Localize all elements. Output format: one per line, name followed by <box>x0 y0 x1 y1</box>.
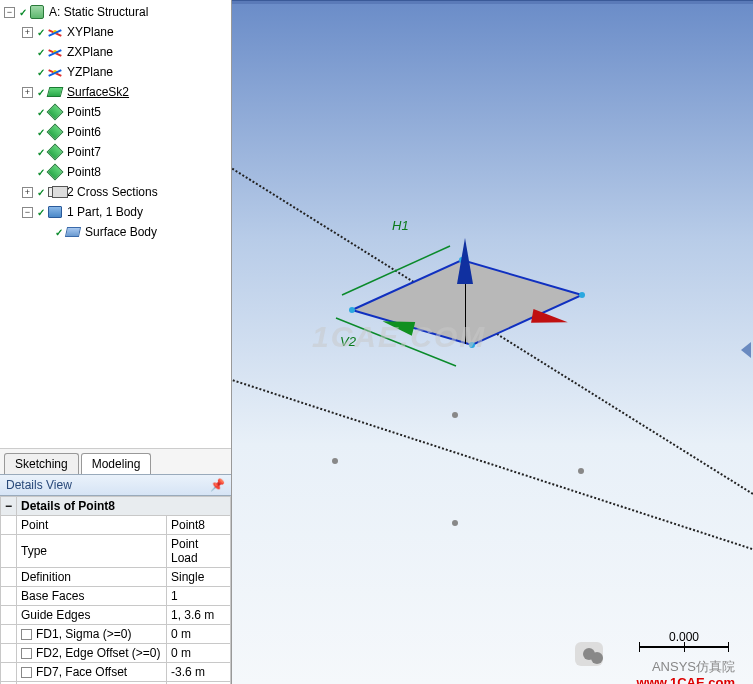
status-ok-icon: ✓ <box>37 107 45 118</box>
tree-item-part-body[interactable]: − ✓ 1 Part, 1 Body <box>0 202 231 222</box>
status-ok-icon: ✓ <box>37 147 45 158</box>
details-row[interactable]: Definition Single <box>1 568 231 587</box>
tab-sketching[interactable]: Sketching <box>4 453 79 474</box>
status-ok-icon: ✓ <box>37 167 45 178</box>
tree-item-label: Point5 <box>67 105 101 119</box>
project-icon <box>29 4 45 20</box>
tree-item-surfacesk2[interactable]: + ✓ SurfaceSk2 <box>0 82 231 102</box>
footer-text: ANSYS仿真院 <box>652 658 735 676</box>
details-row[interactable]: FD2, Edge Offset (>=0) 0 m <box>1 644 231 663</box>
details-row[interactable]: FD1, Sigma (>=0) 0 m <box>1 625 231 644</box>
tab-strip: Sketching Modeling <box>0 448 231 474</box>
details-row[interactable]: Type Point Load <box>1 535 231 568</box>
construction-point[interactable] <box>452 412 458 418</box>
tree-item-yzplane[interactable]: ✓ YZPlane <box>0 62 231 82</box>
status-ok-icon: ✓ <box>37 187 45 198</box>
part-icon <box>47 204 63 220</box>
panel-expand-icon[interactable] <box>741 342 751 358</box>
tree-item-surface-body[interactable]: ✓ Surface Body <box>0 222 231 242</box>
checkbox-icon[interactable] <box>21 667 32 678</box>
status-ok-icon: ✓ <box>37 67 45 78</box>
tree-item-label: ZXPlane <box>67 45 113 59</box>
details-row[interactable]: Guide Edges 1, 3.6 m <box>1 606 231 625</box>
tree-item-xyplane[interactable]: + ✓ XYPlane <box>0 22 231 42</box>
prop-name: Definition <box>17 568 167 587</box>
collapse-icon[interactable]: − <box>22 207 33 218</box>
point-icon <box>47 124 63 140</box>
details-section-title: Details of Point8 <box>17 497 231 516</box>
details-view-header: Details View 📌 <box>0 474 231 496</box>
checkbox-icon[interactable] <box>21 629 32 640</box>
status-ok-icon: ✓ <box>19 7 27 18</box>
prop-name: FD1, Sigma (>=0) <box>17 625 167 644</box>
plane-icon <box>47 24 63 40</box>
tree-item-label: 1 Part, 1 Body <box>67 205 143 219</box>
tree-item-label: SurfaceSk2 <box>67 85 129 99</box>
outline-tree[interactable]: − ✓ A: Static Structural + ✓ XYPlane ✓ Z… <box>0 0 231 448</box>
tree-item-cross-sections[interactable]: + ✓ 2 Cross Sections <box>0 182 231 202</box>
left-panel: − ✓ A: Static Structural + ✓ XYPlane ✓ Z… <box>0 0 232 684</box>
triad-z-axis-icon <box>457 238 473 284</box>
tree-root-label: A: Static Structural <box>49 5 148 19</box>
status-ok-icon: ✓ <box>55 227 63 238</box>
expand-icon[interactable]: + <box>22 27 33 38</box>
surface-icon <box>47 84 63 100</box>
prop-name: FD2, Edge Offset (>=0) <box>17 644 167 663</box>
tree-item-label: Point6 <box>67 125 101 139</box>
tree-item-label: XYPlane <box>67 25 114 39</box>
prop-value[interactable]: -3.6 m <box>167 663 231 682</box>
plane-icon <box>47 64 63 80</box>
prop-value[interactable]: 1, 3.6 m <box>167 606 231 625</box>
details-row[interactable]: FD7, Face Offset -3.6 m <box>1 663 231 682</box>
prop-value[interactable]: 1 <box>167 587 231 606</box>
point-icon <box>47 104 63 120</box>
expand-icon[interactable]: + <box>22 187 33 198</box>
prop-value[interactable]: Point Load <box>167 535 231 568</box>
surface-body-icon <box>65 224 81 240</box>
prop-value[interactable]: Point8 <box>167 516 231 535</box>
footer-url: www.1CAE.com <box>637 675 735 684</box>
graphics-viewport[interactable]: H1 V2 1CAE.COM 0.000 ANSYS仿真院 www.1CAE.c… <box>232 0 753 684</box>
details-section-row[interactable]: − Details of Point8 <box>1 497 231 516</box>
tree-item-point5[interactable]: ✓ Point5 <box>0 102 231 122</box>
prop-value[interactable]: 0 m <box>167 625 231 644</box>
prop-name: Guide Edges <box>17 606 167 625</box>
tree-item-point7[interactable]: ✓ Point7 <box>0 142 231 162</box>
tree-item-label: YZPlane <box>67 65 113 79</box>
construction-axis <box>232 130 753 651</box>
status-ok-icon: ✓ <box>37 127 45 138</box>
tree-item-zxplane[interactable]: ✓ ZXPlane <box>0 42 231 62</box>
plane-icon <box>47 44 63 60</box>
tree-item-point6[interactable]: ✓ Point6 <box>0 122 231 142</box>
svg-point-3 <box>579 292 585 298</box>
details-row[interactable]: Point Point8 <box>1 516 231 535</box>
expand-icon[interactable]: + <box>22 87 33 98</box>
tree-item-label: Point8 <box>67 165 101 179</box>
collapse-icon[interactable]: − <box>4 7 15 18</box>
pin-icon[interactable]: 📌 <box>210 478 225 492</box>
dimension-label-h1[interactable]: H1 <box>392 218 409 233</box>
tab-modeling[interactable]: Modeling <box>81 453 152 474</box>
tree-root[interactable]: − ✓ A: Static Structural <box>0 2 231 22</box>
construction-point[interactable] <box>452 520 458 526</box>
collapse-icon[interactable]: − <box>1 497 17 516</box>
status-ok-icon: ✓ <box>37 27 45 38</box>
svg-point-1 <box>349 307 355 313</box>
prop-value[interactable]: 0 m <box>167 644 231 663</box>
tree-item-point8[interactable]: ✓ Point8 <box>0 162 231 182</box>
tree-item-label: Point7 <box>67 145 101 159</box>
prop-name: Type <box>17 535 167 568</box>
construction-point[interactable] <box>578 468 584 474</box>
tree-item-label: 2 Cross Sections <box>67 185 158 199</box>
point-icon <box>47 164 63 180</box>
prop-name: Point <box>17 516 167 535</box>
status-ok-icon: ✓ <box>37 87 45 98</box>
prop-value[interactable]: Single <box>167 568 231 587</box>
construction-point[interactable] <box>332 458 338 464</box>
details-grid[interactable]: − Details of Point8 Point Point8 Type Po… <box>0 496 231 684</box>
construction-axis <box>232 340 753 620</box>
checkbox-icon[interactable] <box>21 648 32 659</box>
details-row[interactable]: Base Faces 1 <box>1 587 231 606</box>
scale-bar: 0.000 <box>639 630 729 648</box>
cross-section-icon <box>47 184 63 200</box>
